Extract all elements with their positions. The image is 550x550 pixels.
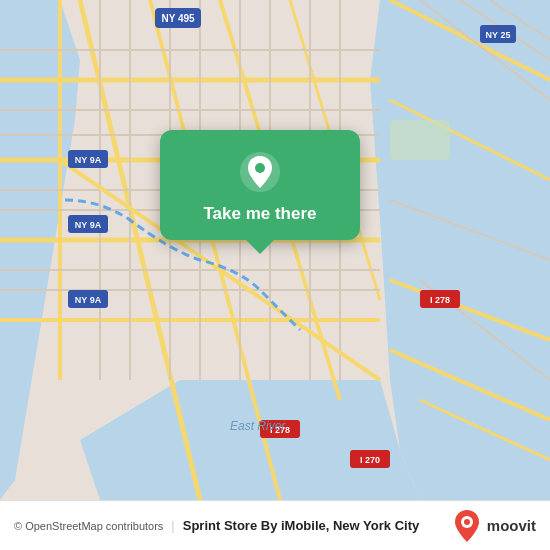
footer-bar: © OpenStreetMap contributors | Sprint St… [0, 500, 550, 550]
moovit-pin-icon [451, 508, 483, 544]
svg-text:NY 9A: NY 9A [75, 295, 102, 305]
location-name: Sprint Store By iMobile, New York City [183, 518, 443, 533]
take-me-there-popup[interactable]: Take me there [160, 130, 360, 240]
svg-rect-56 [390, 120, 450, 160]
svg-text:I 278: I 278 [430, 295, 450, 305]
popup-label: Take me there [203, 204, 316, 224]
moovit-text: moovit [487, 517, 536, 534]
map-background: NY 495 NY 9A NY 9A NY 9A NY 25 I 278 I 2… [0, 0, 550, 500]
svg-point-58 [255, 163, 265, 173]
svg-text:East River: East River [230, 419, 286, 433]
svg-point-60 [464, 519, 470, 525]
svg-text:NY 25: NY 25 [486, 30, 511, 40]
moovit-logo: moovit [451, 508, 536, 544]
copyright-text: © OpenStreetMap contributors [14, 520, 163, 532]
svg-text:NY 9A: NY 9A [75, 155, 102, 165]
svg-text:I 270: I 270 [360, 455, 380, 465]
location-pin-icon [238, 150, 282, 194]
map-container: NY 495 NY 9A NY 9A NY 9A NY 25 I 278 I 2… [0, 0, 550, 500]
svg-text:NY 495: NY 495 [161, 13, 195, 24]
separator: | [171, 518, 174, 533]
svg-text:NY 9A: NY 9A [75, 220, 102, 230]
